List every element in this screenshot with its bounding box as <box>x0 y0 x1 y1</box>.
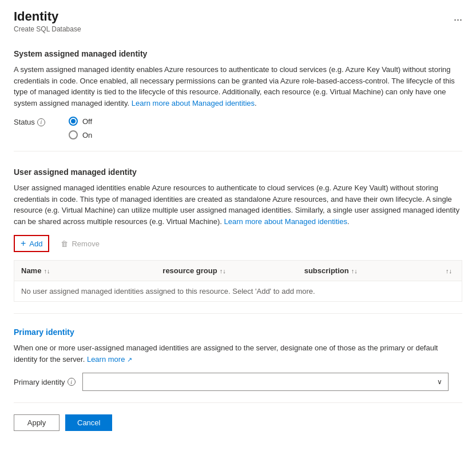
radio-off-label: Off <box>82 117 92 126</box>
primary-section-title: Primary identity <box>14 328 462 337</box>
sort-extra-icon: ↑↓ <box>446 268 452 274</box>
apply-button[interactable]: Apply <box>14 414 60 431</box>
user-section-title: User assigned managed identity <box>14 167 462 177</box>
page-subtitle: Create SQL Database <box>14 25 81 33</box>
sort-sub-icon: ↑↓ <box>351 268 358 274</box>
primary-identity-row: Primary identity i ∨ <box>14 373 462 391</box>
action-bar: + Add 🗑 Remove <box>14 235 462 252</box>
primary-identity-label: Primary identity i <box>14 378 77 386</box>
radio-on-input[interactable] <box>69 130 78 139</box>
external-link-icon: ↗ <box>127 356 132 363</box>
col-subscription[interactable]: subscription ↑↓ <box>298 261 439 281</box>
cancel-button[interactable]: Cancel <box>65 414 112 431</box>
primary-section-description: When one or more user-assigned managed i… <box>14 342 462 365</box>
primary-identity-info-icon[interactable]: i <box>68 378 76 386</box>
section-divider-2 <box>14 313 462 314</box>
col-name[interactable]: Name ↑↓ <box>14 261 156 281</box>
table-empty-message: No user assigned managed identities assi… <box>14 281 462 301</box>
status-info-icon[interactable]: i <box>37 118 45 126</box>
remove-button[interactable]: 🗑 Remove <box>56 237 104 250</box>
system-section-description: A system assigned managed identity enabl… <box>14 64 462 109</box>
identities-table: Name ↑↓ resource group ↑↓ subscription ↑… <box>14 260 462 302</box>
col-actions: ↑↓ <box>439 261 462 281</box>
chevron-down-icon: ∨ <box>437 378 442 386</box>
primary-identity-dropdown[interactable]: ∨ <box>82 373 449 391</box>
footer-bar: Apply Cancel <box>14 414 462 431</box>
col-resource-group[interactable]: resource group ↑↓ <box>156 261 297 281</box>
trash-icon: 🗑 <box>61 240 68 248</box>
radio-on[interactable]: On <box>69 130 92 139</box>
radio-off-input[interactable] <box>69 117 78 126</box>
section-divider-1 <box>14 151 462 151</box>
more-options-button[interactable]: ... <box>454 11 462 23</box>
primary-learn-more-link[interactable]: Learn more ↗ <box>87 355 132 364</box>
system-section-title: System assigned managed identity <box>14 49 462 58</box>
user-assigned-section: User assigned managed identity User assi… <box>14 167 462 302</box>
user-learn-more-link[interactable]: Learn more about Managed identities <box>224 217 347 226</box>
sort-rg-icon: ↑↓ <box>220 268 226 274</box>
page-title: Identity <box>14 9 81 24</box>
sort-name-icon: ↑↓ <box>43 268 50 274</box>
radio-on-label: On <box>82 131 92 139</box>
system-assigned-section: System assigned managed identity A syste… <box>14 49 462 139</box>
add-button-label: Add <box>29 240 42 248</box>
remove-button-label: Remove <box>72 240 99 248</box>
radio-off[interactable]: Off <box>69 117 92 126</box>
footer-divider <box>14 402 462 403</box>
system-learn-more-link[interactable]: Learn more about Managed identities <box>132 99 255 107</box>
status-label: Status i <box>14 117 60 126</box>
add-button[interactable]: + Add <box>14 235 49 252</box>
plus-icon: + <box>21 238 26 249</box>
primary-identity-section: Primary identity When one or more user-a… <box>14 328 462 391</box>
table-header: Name ↑↓ resource group ↑↓ subscription ↑… <box>14 261 462 281</box>
user-section-description: User assigned managed identities enable … <box>14 182 462 227</box>
status-radio-group: Off On <box>64 117 92 139</box>
